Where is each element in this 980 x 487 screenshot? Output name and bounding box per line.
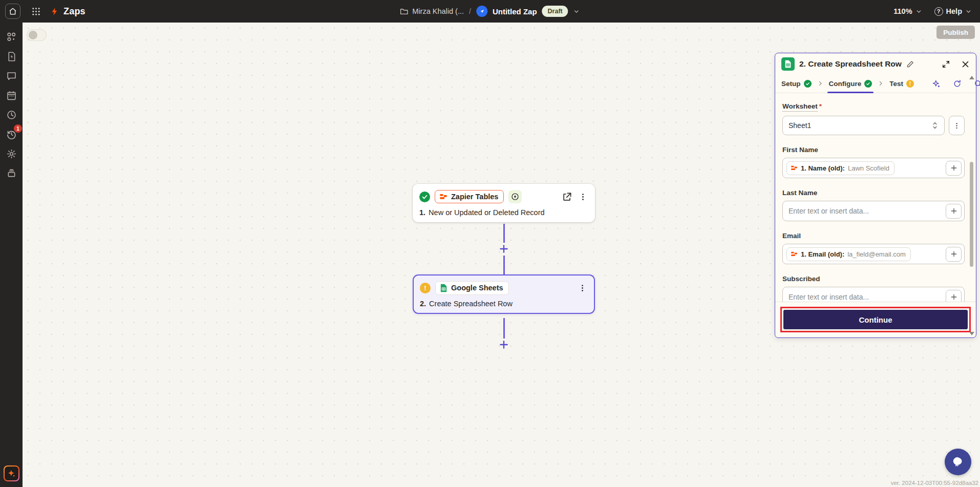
step-warning-icon: ! — [420, 283, 431, 293]
panel-footer: Continue — [775, 302, 976, 337]
tab-test[interactable]: Test ! — [889, 74, 914, 93]
panel-title: 2. Create Spreadsheet Row — [799, 59, 902, 69]
action-step-title: Create Spreadsheet Row — [429, 300, 513, 308]
insert-data-button[interactable] — [946, 247, 962, 262]
close-icon — [961, 60, 970, 69]
email-input[interactable]: 1. Email (old): la_field@email.com — [782, 244, 965, 264]
setup-complete-icon — [804, 80, 812, 88]
trigger-step-title: New or Updated or Deleted Record — [429, 208, 544, 217]
action-step-number: 2. — [420, 300, 426, 308]
sidebar-item-templates[interactable] — [4, 49, 19, 64]
test-warning-icon: ! — [906, 80, 914, 88]
sidebar-item-history[interactable]: 1 — [4, 126, 19, 142]
expand-icon — [942, 60, 950, 69]
action-app-pill[interactable]: Google Sheets — [435, 281, 509, 295]
search-icon — [974, 79, 980, 88]
help-label: Help — [946, 7, 962, 15]
publish-button[interactable]: Publish — [936, 26, 975, 39]
email-mapped-chip[interactable]: 1. Email (old): la_field@email.com — [786, 247, 911, 261]
brand: Zaps — [50, 6, 86, 17]
field-worksheet: Worksheet* Sheet1 — [782, 101, 965, 135]
worksheet-options-button[interactable] — [949, 116, 965, 135]
insert-data-button[interactable] — [946, 161, 962, 176]
panel-scrollbar[interactable] — [969, 75, 974, 336]
configure-complete-icon — [864, 80, 872, 88]
action-node[interactable]: ! Google Sheets 2. Create Spreadsheet Ro… — [413, 274, 595, 314]
chip-field-value: la_field@email.com — [847, 250, 906, 258]
chevron-down-icon — [915, 8, 922, 15]
plus-icon — [950, 293, 957, 301]
app-grid-button[interactable] — [30, 5, 42, 17]
rename-step-button[interactable] — [906, 60, 914, 68]
topbar-right: 110% ? Help — [893, 7, 972, 16]
zap-menu-chevron[interactable] — [573, 8, 580, 15]
support-chat-button[interactable] — [945, 449, 971, 475]
trigger-menu-button[interactable] — [578, 192, 588, 202]
zoom-level-control[interactable]: 110% — [893, 7, 922, 15]
sidebar-item-messages[interactable] — [4, 68, 19, 83]
first-name-input[interactable]: 1. Name (old): Lawn Scofield — [782, 158, 965, 178]
insert-data-button[interactable] — [946, 290, 962, 302]
sidebar-item-archive[interactable] — [4, 165, 19, 181]
chip-field-value: Lawn Scofield — [848, 164, 889, 172]
ai-copilot-button[interactable] — [4, 465, 19, 481]
kebab-menu-icon — [953, 122, 961, 130]
zap-title[interactable]: Untitled Zap — [493, 7, 537, 16]
sidebar-item-schedule[interactable] — [4, 88, 19, 103]
home-button[interactable] — [5, 4, 20, 19]
sidebar-item-activity[interactable] — [4, 107, 19, 122]
action-menu-button[interactable] — [577, 283, 588, 293]
breadcrumb-folder[interactable]: Mirza Khalid (... — [400, 7, 464, 15]
add-step-button[interactable] — [498, 243, 509, 255]
chip-field-label: 1. Email (old): — [801, 250, 844, 258]
trigger-app-pill[interactable]: Zapier Tables — [435, 190, 504, 203]
zap-bolt-icon — [50, 7, 59, 16]
trigger-node[interactable]: Zapier Tables 1. New or Updated or Delet… — [413, 184, 595, 222]
scrollbar-thumb[interactable] — [970, 162, 973, 267]
kebab-menu-icon — [578, 284, 587, 292]
grid-dots-icon — [32, 7, 40, 16]
insert-data-button[interactable] — [946, 204, 962, 219]
breadcrumb-separator: / — [469, 7, 471, 15]
ai-assist-button[interactable] — [932, 79, 941, 88]
home-icon — [9, 7, 17, 15]
scroll-down-arrow[interactable] — [969, 332, 974, 335]
top-bar: Zaps Mirza Khalid (... / Untitled Zap Dr… — [0, 0, 980, 23]
plus-icon — [499, 340, 509, 350]
notification-badge: 1 — [14, 124, 22, 133]
worksheet-select[interactable]: Sheet1 — [782, 116, 945, 135]
refresh-fields-button[interactable] — [953, 79, 962, 88]
last-name-input[interactable] — [786, 207, 946, 215]
search-fields-button[interactable] — [974, 79, 980, 88]
open-in-new-button[interactable] — [561, 191, 573, 203]
connector-line — [503, 256, 505, 274]
plus-icon — [499, 244, 509, 254]
scroll-up-arrow[interactable] — [969, 76, 974, 79]
left-sidebar: 1 — [0, 23, 23, 487]
sparkle-plus-icon — [932, 79, 941, 88]
step-success-icon — [419, 192, 430, 202]
instant-trigger-icon[interactable] — [508, 190, 522, 203]
breadcrumb-folder-label: Mirza Khalid (... — [412, 7, 464, 15]
worksheet-selected-value: Sheet1 — [789, 121, 811, 130]
sidebar-item-workflows[interactable] — [4, 29, 19, 45]
chevron-right-icon — [817, 80, 823, 87]
add-step-button[interactable] — [498, 339, 509, 350]
sidebar-item-settings[interactable] — [4, 146, 19, 161]
chip-field-label: 1. Name (old): — [801, 164, 845, 172]
external-link-icon — [562, 192, 572, 202]
continue-button[interactable]: Continue — [783, 310, 968, 329]
toggle-knob — [29, 31, 37, 39]
canvas-toggle[interactable] — [27, 29, 47, 41]
subscribed-input[interactable] — [786, 293, 946, 301]
plus-icon — [950, 164, 957, 172]
help-menu[interactable]: ? Help — [934, 7, 972, 16]
expand-panel-button[interactable] — [942, 60, 950, 69]
action-app-name: Google Sheets — [451, 284, 503, 292]
close-panel-button[interactable] — [961, 60, 970, 69]
tab-configure-label: Configure — [829, 80, 862, 88]
tab-setup[interactable]: Setup — [781, 74, 812, 93]
required-mark: * — [819, 102, 822, 110]
tab-configure[interactable]: Configure — [829, 74, 872, 93]
first-name-mapped-chip[interactable]: 1. Name (old): Lawn Scofield — [786, 161, 894, 175]
